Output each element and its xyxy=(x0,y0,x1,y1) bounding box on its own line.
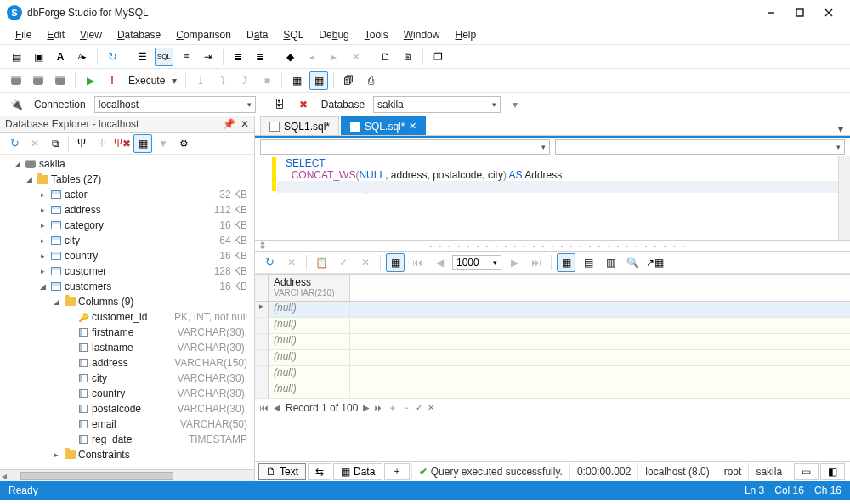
view-text-button[interactable]: 🗋 Text xyxy=(258,463,306,480)
menu-comparison[interactable]: Comparison xyxy=(169,27,238,42)
comment-button[interactable]: ≣ xyxy=(229,48,247,66)
editor-combo-1[interactable]: ▾ xyxy=(260,139,550,155)
pin-icon[interactable]: 📌 xyxy=(223,118,235,130)
db-icon[interactable]: 🗄 xyxy=(270,95,289,114)
menu-sql[interactable]: SQL xyxy=(276,27,310,42)
explorer-copy-button[interactable]: ⧉ xyxy=(46,134,65,153)
results-next-page-button[interactable]: ▶ xyxy=(505,253,524,272)
grid-row[interactable]: (null) xyxy=(255,334,850,350)
nav-first-button[interactable]: ⏮ xyxy=(260,403,269,412)
debug-out-button[interactable]: ⤴ xyxy=(235,71,254,90)
menu-debug[interactable]: Debug xyxy=(312,27,355,42)
menu-tools[interactable]: Tools xyxy=(358,27,395,42)
grid-row[interactable]: (null) xyxy=(255,382,850,399)
font-button[interactable]: A xyxy=(51,48,70,66)
tree-tables-group[interactable]: ◢Tables (27) xyxy=(0,172,254,187)
tree-col-lastname[interactable]: lastnameVARCHAR(30), xyxy=(0,340,254,355)
results-cancel-button[interactable]: ✕ xyxy=(282,253,301,272)
results-pivot-view-button[interactable]: ▥ xyxy=(601,253,620,272)
tab-sql[interactable]: SQL.sql*✕ xyxy=(341,116,426,135)
results-first-page-button[interactable]: ⏮ xyxy=(408,253,427,272)
menu-database[interactable]: Database xyxy=(110,27,167,42)
font-small-button[interactable]: A▸ xyxy=(73,48,92,66)
tree-table-customers[interactable]: ◢customers16 KB xyxy=(0,279,254,294)
indent-button[interactable]: ⇥ xyxy=(199,48,218,66)
tree-table-customer[interactable]: ▸customer128 KB xyxy=(0,263,254,279)
results-commit-button[interactable]: ✓ xyxy=(334,253,353,272)
tree-table-actor[interactable]: ▸actor32 KB xyxy=(0,187,254,202)
db-disconnect-button[interactable] xyxy=(29,71,48,90)
tree-col-customer-id[interactable]: 🔑customer_idPK, INT, not null xyxy=(0,309,254,325)
explorer-funnel-button[interactable]: ▼ xyxy=(154,134,173,153)
results-grid-view-button[interactable]: ▦ xyxy=(557,253,575,272)
sql-text[interactable]: SELECT CONCAT_WS(NULL, address, postalco… xyxy=(264,156,838,240)
grid-row[interactable]: (null) xyxy=(255,366,850,382)
view-data-button[interactable]: ▦ Data xyxy=(333,463,382,480)
view-add-button[interactable]: ＋ xyxy=(384,463,410,480)
grid-row[interactable]: (null) xyxy=(255,350,850,366)
results-rollback-button[interactable]: ✕ xyxy=(356,253,375,272)
nav-prev-button[interactable]: ◀ xyxy=(274,403,280,412)
explorer-tree[interactable]: ◢sakila ◢Tables (27) ▸actor32 KB ▸addres… xyxy=(0,155,254,469)
execute-label[interactable]: Execute xyxy=(128,75,165,87)
db-new-button[interactable] xyxy=(51,71,70,90)
debug-over-button[interactable]: ⤵ xyxy=(213,71,232,90)
tab-close-icon[interactable]: ✕ xyxy=(409,121,416,132)
grid-row[interactable]: ▸(null) xyxy=(255,302,850,318)
database-combo[interactable]: sakila▾ xyxy=(373,96,501,113)
window-maximize-button[interactable] xyxy=(785,3,814,22)
debug-stop-button[interactable]: ■ xyxy=(258,71,276,90)
results-export-button[interactable]: ↗▦ xyxy=(645,253,664,272)
explorer-filter1-button[interactable]: Ψ xyxy=(72,134,91,153)
tree-table-address[interactable]: ▸address112 KB xyxy=(0,202,254,218)
open-button[interactable]: ▣ xyxy=(29,48,48,66)
tree-db-node[interactable]: ◢sakila xyxy=(0,156,254,172)
editor-vertical-scrollbar[interactable] xyxy=(838,156,850,240)
execute-button[interactable]: ▶ xyxy=(81,71,99,90)
tree-table-city[interactable]: ▸city64 KB xyxy=(0,233,254,248)
tree-col-country[interactable]: countryVARCHAR(30), xyxy=(0,386,254,401)
connection-combo[interactable]: localhost▾ xyxy=(94,96,256,113)
nav-cancel-button[interactable]: ✕ xyxy=(428,403,434,412)
results-prev-page-button[interactable]: ◀ xyxy=(430,253,449,272)
doc2-button[interactable]: 🗎 xyxy=(399,48,417,66)
results-search-button[interactable]: 🔍 xyxy=(623,253,642,272)
next-bookmark-button[interactable]: ▸ xyxy=(325,48,343,66)
editor-splitter[interactable]: ⇕• • • • • • • • • • • • • • • • • • • •… xyxy=(255,240,850,252)
grid-row[interactable]: (null) xyxy=(255,318,850,334)
results-paste-button[interactable]: 📋 xyxy=(312,253,331,272)
tab-sql1[interactable]: SQL1.sql* xyxy=(260,116,339,135)
tree-columns-group[interactable]: ◢Columns (9) xyxy=(0,294,254,309)
stop-button[interactable]: ! xyxy=(103,71,122,90)
menu-window[interactable]: Window xyxy=(397,27,447,42)
nav-add-button[interactable]: ＋ xyxy=(388,402,397,414)
explorer-horizontal-scrollbar[interactable]: ◂ xyxy=(0,469,254,481)
results-grid[interactable]: Address VARCHAR(210) ▸(null) (null) (nul… xyxy=(255,274,850,461)
tabs-overflow-button[interactable]: ▾ xyxy=(831,123,850,135)
sql-mode-button[interactable]: SQL xyxy=(155,48,173,66)
explorer-filter2-button[interactable]: Ψ xyxy=(93,134,111,153)
tree-constraints-group[interactable]: ▸Constraints xyxy=(0,447,254,462)
explorer-options-button[interactable]: ⚙ xyxy=(174,134,193,153)
layout-button-1[interactable]: ▭ xyxy=(794,463,819,480)
doc1-button[interactable]: 🗋 xyxy=(377,48,395,66)
results-page-mode-button[interactable]: ▦ xyxy=(386,253,405,272)
nav-remove-button[interactable]: － xyxy=(402,402,411,414)
window-minimize-button[interactable] xyxy=(756,3,785,22)
execute-dropdown[interactable]: ▾ xyxy=(172,75,180,87)
tree-col-reg-date[interactable]: reg_dateTIMESTAMP xyxy=(0,432,254,447)
debug-step-button[interactable]: ⤓ xyxy=(191,71,210,90)
results-refresh-button[interactable]: ↻ xyxy=(260,253,279,272)
results-card-view-button[interactable]: ▤ xyxy=(579,253,598,272)
nav-next-button[interactable]: ▶ xyxy=(363,403,370,412)
tree-table-country[interactable]: ▸country16 KB xyxy=(0,248,254,263)
connection-plug-icon[interactable]: 🔌 xyxy=(7,95,26,114)
view-sync-button[interactable]: ⇆ xyxy=(308,463,332,480)
format-button[interactable]: ≡ xyxy=(177,48,196,66)
bookmark-button[interactable]: ◆ xyxy=(280,48,299,66)
explorer-delete-button[interactable]: ✕ xyxy=(26,134,44,153)
tree-col-firstname[interactable]: firstnameVARCHAR(30), xyxy=(0,325,254,340)
results-page-size-input[interactable]: 1000▾ xyxy=(452,255,502,270)
tree-col-postalcode[interactable]: postalcodeVARCHAR(30), xyxy=(0,401,254,416)
explorer-view-button[interactable]: ▦ xyxy=(133,134,152,153)
